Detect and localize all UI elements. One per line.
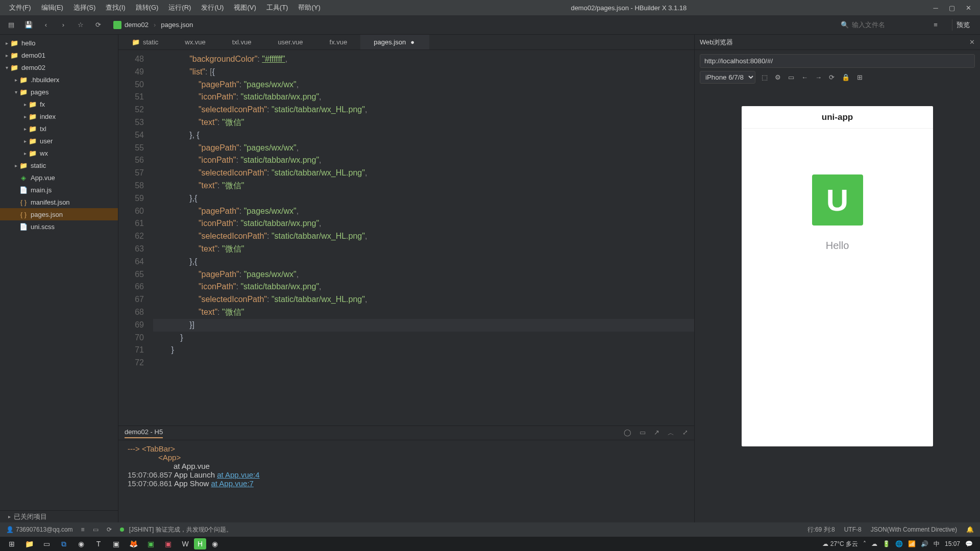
close-icon[interactable]: ✕ bbox=[965, 4, 972, 11]
language-mode[interactable]: JSON(With Comment Directive) bbox=[871, 526, 957, 533]
tree-node[interactable]: ▸📁user bbox=[0, 135, 118, 147]
maximize-icon[interactable]: ▢ bbox=[948, 4, 955, 11]
preview-button[interactable]: 预览 bbox=[952, 19, 974, 31]
code-content[interactable]: "backgroundColor": "#ffffff", "list": [{… bbox=[149, 50, 694, 425]
tree-node[interactable]: ▸📁fx bbox=[0, 98, 118, 110]
menu-item[interactable]: 跳转(G) bbox=[131, 3, 164, 12]
console-tab[interactable]: demo02 - H5 bbox=[125, 428, 163, 438]
code-editor[interactable]: 4849505152535455565758596061626364656667… bbox=[118, 50, 694, 425]
file-search-input[interactable] bbox=[852, 21, 923, 29]
task-app-2-icon[interactable]: T bbox=[90, 537, 107, 550]
tree-node[interactable]: ▸📁index bbox=[0, 110, 118, 122]
weather-widget[interactable]: ☁ 27°C 多云 bbox=[822, 540, 858, 548]
tree-node[interactable]: ▸📁static bbox=[0, 159, 118, 171]
menu-item[interactable]: 运行(R) bbox=[163, 3, 196, 12]
tray-network-icon[interactable]: 🌐 bbox=[895, 540, 903, 547]
user-icon[interactable]: 👤 736907613@qq.com bbox=[6, 526, 73, 533]
editor-tab[interactable]: pages.json● bbox=[360, 35, 429, 49]
favorite-icon[interactable]: ☆ bbox=[76, 20, 86, 30]
editor-tab[interactable]: user.vue bbox=[264, 35, 316, 49]
breadcrumb-project[interactable]: demo02 bbox=[113, 21, 149, 29]
console-toggle-icon[interactable]: ⚙ bbox=[774, 72, 782, 82]
start-icon[interactable]: ⊞ bbox=[3, 537, 20, 550]
nav-forward-icon[interactable]: › bbox=[58, 20, 68, 30]
task-app-1-icon[interactable]: ▭ bbox=[38, 537, 55, 550]
browser-close-icon[interactable]: ✕ bbox=[969, 38, 975, 46]
tree-node[interactable]: ▸📁txl bbox=[0, 122, 118, 135]
tree-node[interactable]: { }pages.json bbox=[0, 208, 118, 220]
source-link[interactable]: at App.vue:7 bbox=[211, 479, 253, 488]
tree-node[interactable]: ◈App.vue bbox=[0, 171, 118, 184]
status-sync-icon[interactable]: ⟳ bbox=[107, 526, 112, 533]
task-app-3-icon[interactable]: ▣ bbox=[107, 537, 125, 550]
new-file-icon[interactable]: ▤ bbox=[6, 20, 16, 30]
tray-chevron-icon[interactable]: ˄ bbox=[863, 540, 866, 547]
tree-node[interactable]: 📄main.js bbox=[0, 184, 118, 196]
browser-reload-icon[interactable]: ⟳ bbox=[828, 72, 836, 82]
menu-item[interactable]: 选择(S) bbox=[68, 3, 101, 12]
source-link[interactable]: at App.vue:4 bbox=[217, 470, 259, 479]
notifications-icon[interactable]: 💬 bbox=[965, 540, 973, 547]
menu-item[interactable]: 帮助(Y) bbox=[293, 3, 325, 12]
task-app-6-icon[interactable]: W bbox=[177, 537, 194, 550]
status-list-icon[interactable]: ≡ bbox=[81, 526, 85, 533]
inspect-icon[interactable]: ⬚ bbox=[761, 72, 769, 82]
menu-item[interactable]: 查找(I) bbox=[101, 3, 130, 12]
tree-node[interactable]: ▸📁.hbuilderx bbox=[0, 73, 118, 86]
vscode-icon[interactable]: ⧉ bbox=[55, 537, 72, 550]
url-input[interactable] bbox=[700, 54, 975, 68]
menu-item[interactable]: 工具(T) bbox=[261, 3, 293, 12]
menu-item[interactable]: 视图(V) bbox=[229, 3, 261, 12]
ime-indicator[interactable]: 中 bbox=[934, 540, 940, 548]
tree-node[interactable]: ▸📁demo01 bbox=[0, 49, 118, 61]
tree-node[interactable]: 📄uni.scss bbox=[0, 220, 118, 233]
browser-back-icon[interactable]: ← bbox=[800, 72, 809, 82]
clock[interactable]: 15:07 bbox=[945, 540, 960, 547]
explorer-icon[interactable]: 📁 bbox=[20, 537, 38, 550]
open-window-icon[interactable]: ▭ bbox=[787, 72, 795, 82]
tray-volume-icon[interactable]: 🔊 bbox=[921, 540, 928, 547]
save-icon[interactable]: 💾 bbox=[23, 20, 34, 30]
lock-icon[interactable]: 🔒 bbox=[841, 72, 851, 82]
hbuilder-icon[interactable]: H bbox=[194, 538, 206, 549]
status-terminal-icon[interactable]: ▭ bbox=[93, 526, 99, 533]
editor-tab[interactable]: wx.vue bbox=[172, 35, 218, 49]
firefox-icon[interactable]: 🦊 bbox=[125, 537, 142, 550]
filter-icon[interactable]: ≡ bbox=[930, 20, 941, 30]
terminal-icon[interactable]: ▭ bbox=[640, 429, 646, 438]
phone-preview[interactable]: uni-app U Hello bbox=[742, 106, 933, 446]
tree-node[interactable]: ▾📁demo02 bbox=[0, 61, 118, 73]
breadcrumb-file[interactable]: pages.json bbox=[161, 21, 193, 29]
minimize-icon[interactable]: ─ bbox=[932, 4, 939, 11]
close-panel-icon[interactable]: ⤢ bbox=[682, 429, 688, 438]
task-app-7-icon[interactable]: ◉ bbox=[206, 537, 224, 550]
menu-item[interactable]: 编辑(E) bbox=[36, 3, 68, 12]
grid-icon[interactable]: ⊞ bbox=[856, 72, 864, 82]
console-output[interactable]: ---> <TabBar><App>at App.vue15:07:06.857… bbox=[118, 440, 694, 522]
device-select[interactable]: iPhone 6/7/8 bbox=[700, 71, 755, 84]
editor-tab[interactable]: 📁static bbox=[118, 35, 172, 49]
menu-item[interactable]: 文件(F) bbox=[4, 3, 36, 12]
editor-tab[interactable]: txl.vue bbox=[219, 35, 265, 49]
stop-icon[interactable]: ◯ bbox=[624, 429, 631, 438]
file-explorer[interactable]: ▸📁hello▸📁demo01▾📁demo02▸📁.hbuilderx▾📁pag… bbox=[0, 35, 118, 510]
editor-tab[interactable]: fx.vue bbox=[316, 35, 361, 49]
export-icon[interactable]: ↗ bbox=[654, 429, 659, 438]
collapse-up-icon[interactable]: ︿ bbox=[668, 429, 674, 438]
refresh-icon[interactable]: ⟳ bbox=[93, 20, 103, 30]
tree-node[interactable]: ▸📁wx bbox=[0, 147, 118, 159]
menu-item[interactable]: 发行(U) bbox=[196, 3, 229, 12]
tree-node[interactable]: ▸📁hello bbox=[0, 37, 118, 49]
nav-back-icon[interactable]: ‹ bbox=[41, 20, 51, 30]
task-app-4-icon[interactable]: ▣ bbox=[142, 537, 159, 550]
encoding[interactable]: UTF-8 bbox=[844, 526, 862, 533]
chrome-icon[interactable]: ◉ bbox=[72, 537, 90, 550]
closed-projects[interactable]: ▸已关闭项目 bbox=[0, 510, 118, 522]
browser-forward-icon[interactable]: → bbox=[814, 72, 823, 82]
tree-node[interactable]: { }manifest.json bbox=[0, 196, 118, 208]
tray-battery-icon[interactable]: 🔋 bbox=[883, 540, 890, 547]
tray-wifi-icon[interactable]: 📶 bbox=[908, 540, 916, 547]
tree-node[interactable]: ▾📁pages bbox=[0, 86, 118, 98]
task-app-5-icon[interactable]: ▣ bbox=[159, 537, 177, 550]
notification-icon[interactable]: 🔔 bbox=[966, 526, 974, 533]
